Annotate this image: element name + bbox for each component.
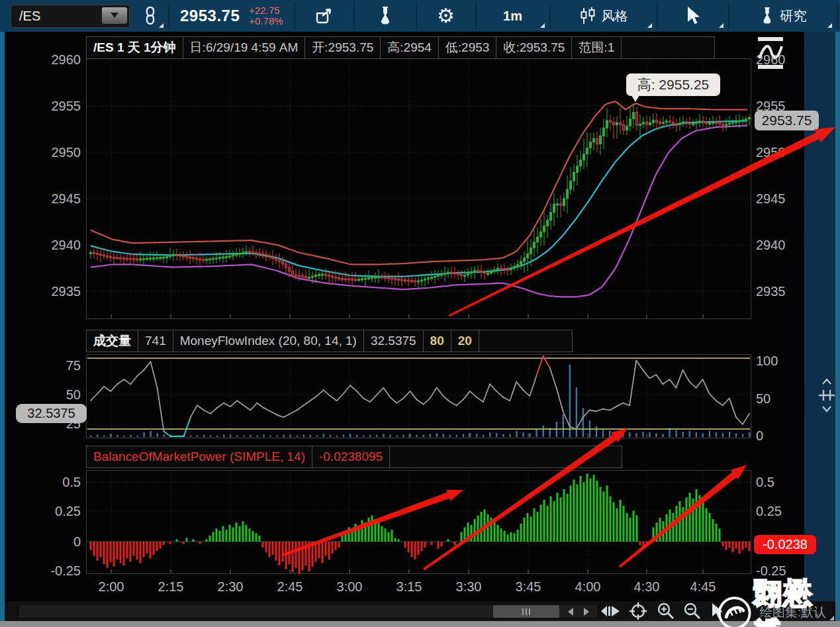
bomp-panel-header: BalanceOfMarketPower (SIMPLE, 14) -0.023… [86,446,622,468]
axis-tick-label: 0.5 [756,475,774,490]
studies-button[interactable]: 研究 [732,1,834,30]
gear-icon: ⚙ [437,6,455,26]
header-filler [621,36,715,59]
time-axis-label: 3:00 [337,579,363,595]
axis-tick-label: 2935 [0,284,81,299]
change-percent: +0.78% [249,16,283,26]
link-icon [143,6,158,26]
time-axis-label: 4:00 [575,579,601,595]
header-filler [479,330,573,352]
axis-tick-label: 2940 [756,238,786,253]
time-axis-label: 3:45 [516,579,541,595]
crosshair-icon [629,602,647,620]
axis-tick-label: 0 [756,428,763,444]
scroll-step-left-button[interactable] [563,605,578,618]
resize-handle-icon [817,377,837,413]
axis-tick-label: 75 [0,358,81,373]
axis-tick-label: 2940 [0,238,81,253]
time-axis-label: 4:45 [690,579,716,595]
ohlc-range: 范围:1 [571,36,622,59]
axis-tick-label: 2960 [0,52,81,68]
axis-tick-label: 0.25 [0,504,81,519]
axis-tick-label: 2945 [0,191,81,207]
last-price-axis-badge: 2953.75 [755,111,819,130]
panel-resize-handle[interactable] [817,377,837,413]
time-axis-label: 3:15 [397,579,422,595]
style-label: 风格 [602,7,628,25]
drawing-set-selector[interactable]: 绘图集:默认 [760,604,826,621]
volume-label: 成交量 [86,330,138,352]
bottom-toolbar: 绘图集:默认 [5,601,835,621]
volume-value: 741 [138,330,173,352]
settings-button[interactable]: ⚙ [420,1,473,30]
axis-tick-label: 2955 [0,99,81,114]
time-axis-label: 2:00 [99,579,124,595]
chart-title: /ES 1 天 1分钟 [86,36,183,59]
mfi-oversold-param: 20 [451,330,479,352]
high-tooltip: 高: 2955.25 [626,73,720,96]
zoom-in-icon [657,602,675,620]
flask-research-icon [759,7,775,25]
cursor-icon [685,6,701,26]
flask-icon [377,6,394,26]
top-toolbar: /ES 2953.75 +22.75 +0.78% [0,0,840,32]
bomp-value-badge: -0.0238 [754,535,816,554]
pointer-tool-button[interactable] [661,1,725,30]
bomp-study-name: BalanceOfMarketPower (SIMPLE, 14) [86,446,312,468]
link-button[interactable] [135,1,165,30]
price-change: +22.75 +0.78% [248,1,291,30]
trading-platform-window: /ES 2953.75 +22.75 +0.78% [0,0,840,627]
time-axis-label: 2:15 [158,579,184,595]
bomp-panel[interactable] [86,470,751,574]
zoom-out-button[interactable] [681,602,704,620]
time-axis-label: 3:30 [456,579,482,595]
mfi-volume-panel[interactable] [86,354,751,438]
time-axis: 2:002:152:302:453:003:153:303:454:004:30… [0,579,840,598]
scroll-step-right-button[interactable] [579,605,594,618]
chart-mode-button[interactable] [757,36,786,73]
ohlc-low: 低:2953 [438,36,497,59]
zoom-out-icon [683,602,702,620]
axis-tick-label: 100 [756,354,778,369]
header-filler [389,446,622,468]
symbol-dropdown-button[interactable] [102,7,127,24]
axis-tick-label: 0 [0,534,81,550]
window-edge-left [0,32,5,627]
main-price-chart[interactable] [86,58,751,319]
window-edge-bottom [0,621,840,627]
sine-curve-icon [757,36,786,70]
style-button[interactable]: 风格 [553,1,654,30]
time-scrollbar-handle[interactable] [493,605,559,618]
ohlc-open: 开:2953.75 [304,36,381,59]
symbol-input[interactable]: /ES [11,5,130,28]
crosshair-button[interactable] [627,602,649,620]
axis-tick-label: -0.25 [0,563,81,579]
axis-tick-label: 2935 [756,284,786,299]
studies-label: 研究 [780,7,807,25]
mfi-overbought-param: 80 [423,330,451,352]
zoom-in-button[interactable] [655,602,677,620]
timeframe-button[interactable]: 1m [479,1,547,30]
mfi-value-badge: 32.5375 [16,404,87,423]
time-axis-label: 4:30 [634,579,660,595]
axis-tick-label: 0.25 [756,504,782,519]
axis-tick-label: 50 [756,391,770,407]
share-icon [314,7,334,25]
share-button[interactable] [298,1,351,30]
axis-tick-label: 2950 [0,145,81,160]
bomp-value: -0.0238095 [312,446,390,468]
time-axis-label: 2:45 [277,579,303,595]
axis-tick-label: 2945 [756,191,786,207]
axis-tick-label: 2950 [756,145,786,160]
change-value: +22.75 [249,5,283,16]
mfi-value: 32.5375 [363,330,424,352]
main-chart-header: /ES 1 天 1分钟 日:6/29/19 4:59 AM 开:2953.75 … [86,36,714,59]
cursor-icon [710,603,725,620]
window-edge-right [835,32,840,627]
mfi-study-name: MoneyFlowIndex (20, 80, 14, 1) [173,330,364,352]
ohlc-close: 收:2953.75 [496,36,572,59]
cursor-mode-button[interactable] [706,602,729,620]
pan-mode-button[interactable] [599,602,622,620]
analyze-button[interactable] [357,1,413,30]
axis-tick-label: -0.25 [756,563,786,579]
